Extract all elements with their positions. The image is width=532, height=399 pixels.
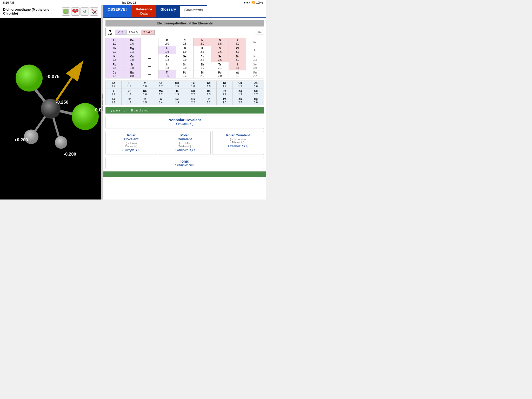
en-legend-high: 2.6-4.0 [141,30,155,35]
pt-transition-cell: Pd2.2 [217,89,232,97]
pt-transition-cell: Zr1.3 [121,89,137,97]
molecule-info-button[interactable]: i [62,7,70,16]
molecule-rotate-button[interactable]: δ- [81,7,89,16]
pt-transition-cell: Co1.9 [201,81,217,89]
pt-cell: Ge2.0 [176,54,194,62]
pt-transition-cell: Fe1.8 [185,81,201,89]
svg-text:+0.200: +0.200 [14,137,28,142]
electronegativity-section-title: Electronegativities of the Elements [105,20,264,26]
wifi-icon: 📶 [251,1,255,4]
main-periodic-table: Li1.0Be1.6B2.0C2.5N3.0O3.5F4.0NeNa0.9Mg1… [105,38,264,78]
bonding-ionic-title: Ionic [108,159,262,163]
pt-cell: I2.7 [229,62,246,70]
pt-cell: Ca1.0 [123,54,141,62]
tab-comments[interactable]: Comments [180,5,207,17]
molecule-check-button[interactable] [90,7,98,16]
pt-cell: C2.5 [176,38,194,46]
bonding-polar-triatomic-title: PolarCovalent [161,133,208,141]
pt-transition-cell: Tc1.9 [169,89,185,97]
status-bar: 8:26 AM Tue Dec 18 ●●●● 📶 100% [0,0,266,5]
right-panel: OBSERVE ! ReferenceData Glossary Comment… [103,5,266,200]
bonding-polar-triatomic-card: PolarCovalent (→ PolarTriatomic) Example… [159,131,210,155]
pt-transition-cell: Hg2.0 [248,97,264,105]
pt-cell: Ga1.8 [158,54,176,62]
pt-cell: Bi2.0 [194,70,211,78]
molecule-toolbar: i δ- [62,7,98,16]
bonding-polar-diatomic-title: PolarCovalent [108,133,155,141]
molecule-viewport[interactable]: -0.075 -0.075 -0.250 +0.200 -0.200 [0,18,101,200]
pt-cell: Si1.9 [176,46,194,54]
bottom-bar [103,171,266,177]
en-legend-low: ≤1.3 [115,30,125,35]
pt-transition-cell: Nb1.6 [137,89,153,97]
pt-cell: Br3.0 [229,54,246,62]
pt-cell: Al1.6 [158,46,176,54]
en-he-cell: He [256,30,264,35]
svg-text:i: i [65,10,66,13]
pt-transition-cell: Ni1.9 [217,81,232,89]
en-h-symbol: H 2.2 [105,28,114,36]
bonding-ionic-card: Ionic Example: NaF [105,157,264,169]
molecule-3d-button[interactable] [71,7,79,16]
bonding-polar-row: PolarCovalent (→ PolarDiatomic) Example:… [105,131,264,155]
svg-point-4 [74,11,76,13]
molecule-title-bar: Dichloromethane (Methylene Chloride) i [0,5,101,18]
pt-transition-cell: Mn1.5 [169,81,185,89]
pt-transition-cell: Rh2.3 [201,89,217,97]
pt-cell: Rb0.8 [106,62,123,70]
pt-cell: Kr3.3 [246,54,264,62]
molecule-panel: Dichloromethane (Methylene Chloride) i [0,5,101,200]
pt-cell: Be1.6 [123,38,141,46]
pt-cell: ··· [141,54,158,62]
pt-cell: Rn2.2 [246,70,264,78]
pt-cell: K0.8 [106,54,123,62]
pt-cell: At2.2 [229,70,246,78]
svg-point-16 [16,65,43,92]
pt-cell: Ar [246,46,264,54]
bonding-polar-nonpolar-title: Polar Covalent [215,133,262,137]
pt-cell: Te2.1 [211,62,229,70]
pt-cell: O3.5 [211,38,229,46]
bonding-polar-triatomic-sub: (→ PolarTriatomic) [161,142,208,148]
pt-transition-cell: Cu1.9 [232,81,248,89]
pt-transition-cell: Pt2.3 [217,97,232,105]
pt-cell: Sr1.0 [123,62,141,70]
pt-transition-cell: Zn1.6 [248,81,264,89]
signal-icon: ●●●● [244,1,250,4]
bonding-polar-nonpolar-example: Example: CO2 [215,144,262,149]
pt-transition-cell: Hf1.3 [121,97,137,105]
pt-transition-cell: Cr1.7 [153,81,169,89]
status-time: 8:26 AM [3,1,14,4]
pt-cell: Pb2.3 [176,70,194,78]
bonding-ionic-example: Example: NaF [108,163,262,167]
pt-transition-cell: Ta1.5 [137,97,153,105]
tab-glossary[interactable]: Glossary [156,5,180,17]
bonding-nonpolar-title: Nonpolar Covalent [108,118,262,122]
tab-reference-data[interactable]: ReferenceData [132,5,156,17]
pt-transition-cell: La1.1 [106,97,122,105]
pt-cell: Ba0.9 [123,70,141,78]
bonding-polar-nonpolar-triatomic-card: Polar Covalent (→ NonpolarTriatomic) Exa… [212,131,264,155]
bonding-polar-diatomic-card: PolarCovalent (→ PolarDiatomic) Example:… [105,131,157,155]
pt-transition-cell: Ir2.2 [201,97,217,105]
pt-cell: N3.0 [194,38,211,46]
panel-divider [101,5,103,200]
svg-text:-0.075: -0.075 [46,74,59,79]
en-legend-mid: 1.5-2.5 [127,30,140,35]
pt-cell: ··· [141,70,158,78]
svg-point-20 [55,136,67,149]
bonding-nonpolar-example: Example: F2 [108,122,262,126]
pt-cell: F4.0 [229,38,246,46]
pt-cell: Na0.9 [106,46,123,54]
status-icons: ●●●● 📶 100% [244,1,263,4]
pt-transition-cell: Ti1.5 [121,81,137,89]
tab-observe[interactable]: OBSERVE ! [103,5,132,17]
pt-transition-cell: Ru2.2 [185,89,201,97]
pt-transition-cell: W2.4 [153,97,169,105]
bonding-nonpolar-card: Nonpolar Covalent Example: F2 [105,116,264,129]
tab-bar: OBSERVE ! ReferenceData Glossary Comment… [103,5,266,18]
pt-cell [141,38,158,46]
pt-cell: Po2.0 [211,70,229,78]
transition-periodic-table: Sc1.4Ti1.5V1.6Cr1.7Mn1.5Fe1.8Co1.9Ni1.9C… [105,81,264,105]
pt-cell: B2.0 [158,38,176,46]
